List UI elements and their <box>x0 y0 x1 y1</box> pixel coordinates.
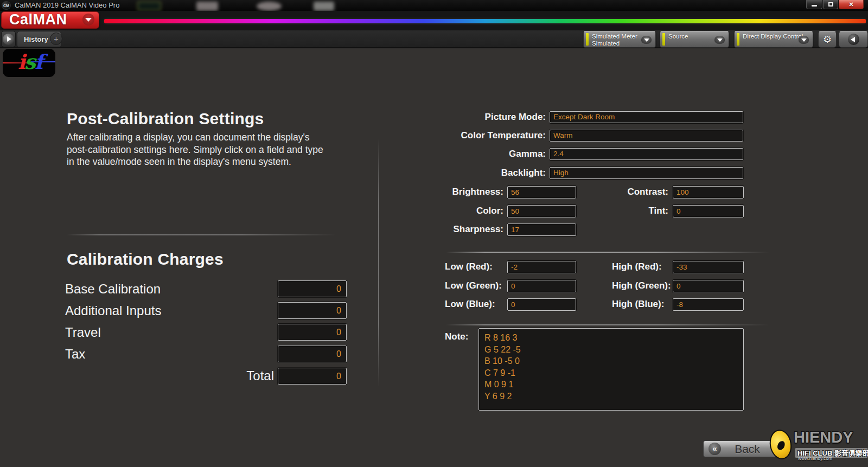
minimize-icon <box>812 5 817 7</box>
color-temperature-label: Color Temperature: <box>383 130 546 141</box>
close-icon: ✕ <box>848 1 853 8</box>
note-label: Note: <box>445 331 468 342</box>
chevron-down-icon <box>85 18 92 22</box>
chevron-down-icon <box>644 39 649 42</box>
app-icon: CM <box>2 1 11 10</box>
low-blue-field[interactable]: 0 <box>507 298 576 311</box>
high-green-field[interactable]: 0 <box>673 280 744 292</box>
tab-toolbar: History 1 + Simulated Meter Simulated So… <box>0 30 868 48</box>
hiendy-logo-dot <box>777 440 786 451</box>
display-control-dropdown[interactable]: Direct Display Control <box>734 31 813 48</box>
low-green-field[interactable]: 0 <box>507 280 576 292</box>
desktop-icon-artifact <box>137 1 161 11</box>
low-red-label: Low (Red): <box>445 261 493 272</box>
page-description: After calibrating a display, you can doc… <box>67 131 327 168</box>
additional-inputs-field[interactable]: 0 <box>278 302 347 319</box>
total-label: Total <box>165 368 274 383</box>
divider <box>67 234 336 235</box>
dropdown-arrow-button[interactable] <box>714 36 725 44</box>
tax-field[interactable]: 0 <box>278 346 347 362</box>
charge-row-label: Additional Inputs <box>65 303 161 318</box>
maximize-button[interactable] <box>823 0 838 9</box>
low-green-label: Low (Green): <box>445 280 502 291</box>
meter-dropdown-title: Simulated Meter <box>592 33 637 40</box>
back-chevrons-icon: « <box>709 443 721 455</box>
close-button[interactable]: ✕ <box>839 0 864 9</box>
calman-menu-button[interactable]: CalMAN <box>1 11 99 29</box>
dropdown-arrow-button[interactable] <box>641 36 652 44</box>
tint-label: Tint: <box>575 206 668 216</box>
chevron-down-icon <box>717 39 723 42</box>
main-content: isf Post-Calibration Settings After cali… <box>0 48 868 467</box>
sharpness-label: Sharpness: <box>407 224 503 235</box>
minimize-button[interactable] <box>806 0 822 9</box>
meter-status-bar <box>586 33 589 46</box>
charge-row-label: Tax <box>65 347 85 362</box>
collapse-panel-button[interactable] <box>839 31 868 48</box>
low-blue-label: Low (Blue): <box>445 299 495 310</box>
rainbow-gradient-bar <box>104 19 866 23</box>
hiendy-watermark: HIENDY HIFI CLUB 影音俱樂部 www.hiendy.com <box>767 426 868 464</box>
charge-row-label: Base Calibration <box>65 282 161 297</box>
divider <box>446 252 769 253</box>
gamma-field[interactable]: 2.4 <box>550 148 743 160</box>
contrast-field[interactable]: 100 <box>673 186 744 199</box>
high-blue-field[interactable]: -8 <box>673 298 744 311</box>
chevron-down-icon <box>801 39 807 42</box>
backlight-field[interactable]: High <box>550 167 743 179</box>
divider <box>446 324 769 325</box>
total-field[interactable]: 0 <box>278 368 347 385</box>
display-status-bar <box>737 33 739 46</box>
color-label: Color: <box>407 206 503 216</box>
play-circle <box>3 34 14 45</box>
window-title: CalMAN 2019 CalMAN Video Pro <box>15 1 119 9</box>
note-field[interactable]: R 8 16 3 G 5 22 -5 B 10 -5 0 C 7 9 -1 M … <box>478 328 744 411</box>
source-dropdown[interactable]: Source <box>660 31 729 48</box>
picture-mode-label: Picture Mode: <box>383 112 546 123</box>
low-red-field[interactable]: -2 <box>507 261 576 273</box>
arrow-right-icon <box>7 36 11 42</box>
picture-mode-field[interactable]: Except Dark Room <box>550 111 743 123</box>
hiendy-logo-icon <box>768 428 794 461</box>
isf-text: isf <box>18 50 42 74</box>
meter-dropdown-value: Simulated <box>592 40 620 47</box>
desktop-icon-artifact <box>314 2 334 11</box>
calman-menu-circle <box>82 14 94 25</box>
high-red-label: High (Red): <box>612 261 662 272</box>
display-dropdown-title: Direct Display Control <box>743 33 803 40</box>
hiendy-brand-text: HIENDY <box>794 428 853 446</box>
page-title: Post-Calibration Settings <box>67 110 264 128</box>
gamma-label: Gamma: <box>383 149 546 159</box>
maximize-icon <box>828 2 833 7</box>
meter-dropdown[interactable]: Simulated Meter Simulated <box>583 31 656 48</box>
high-green-label: High (Green): <box>612 280 671 291</box>
gear-icon: ⚙ <box>823 34 832 46</box>
window-controls: ✕ <box>806 0 864 9</box>
desktop-icon-artifact <box>196 2 218 11</box>
window-titlebar: CM CalMAN 2019 CalMAN Video Pro ✕ <box>0 0 868 11</box>
travel-field[interactable]: 0 <box>278 324 347 341</box>
isf-logo: isf <box>3 49 55 77</box>
base-calibration-field[interactable]: 0 <box>278 280 347 297</box>
backlight-label: Backlight: <box>383 168 546 178</box>
arrow-left-icon <box>851 37 855 42</box>
sharpness-field[interactable]: 17 <box>507 223 576 236</box>
charge-row-label: Travel <box>65 325 101 340</box>
settings-button[interactable]: ⚙ <box>818 31 837 48</box>
contrast-label: Contrast: <box>575 187 668 197</box>
tint-field[interactable]: 0 <box>673 205 744 217</box>
dropdown-arrow-button[interactable] <box>799 36 809 44</box>
add-tab-button[interactable]: + <box>50 33 62 45</box>
source-dropdown-title: Source <box>668 33 688 40</box>
high-red-field[interactable]: -33 <box>673 261 744 273</box>
workflow-nav-button[interactable] <box>1 31 16 47</box>
color-temperature-field[interactable]: Warm <box>550 130 743 142</box>
arrow-circle <box>848 34 859 45</box>
color-field[interactable]: 50 <box>507 205 576 217</box>
brightness-label: Brightness: <box>407 187 503 197</box>
high-blue-label: High (Blue): <box>612 299 664 310</box>
brand-bar: CalMAN <box>0 11 868 30</box>
hiendy-url-text: www.hiendy.com <box>798 456 832 461</box>
vertical-divider <box>378 138 379 387</box>
brightness-field[interactable]: 56 <box>507 186 576 199</box>
